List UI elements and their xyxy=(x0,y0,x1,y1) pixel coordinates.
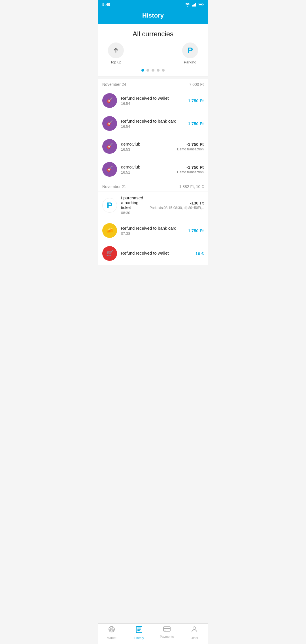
transaction-title: demoClub xyxy=(121,165,173,169)
transaction-amount: 1 750 Ft xyxy=(188,98,204,103)
transaction-item[interactable]: 🎸 Refund received to bank card 16:54 1 7… xyxy=(98,112,208,135)
avatar: 🧀 xyxy=(102,223,117,238)
status-icons xyxy=(185,3,204,7)
transaction-info: Refund received to bank card 16:54 xyxy=(121,119,184,129)
nav-other[interactable]: Other xyxy=(181,626,209,639)
svg-text:🎸: 🎸 xyxy=(107,143,113,149)
dot-4[interactable] xyxy=(157,69,160,72)
amount-value: 10 € xyxy=(196,251,204,256)
svg-text:🎸: 🎸 xyxy=(107,120,113,126)
amount-sub: Parkolás:08:15-08:30, díj:80+50Ft,.. xyxy=(150,206,204,210)
transaction-amount: -1 750 Ft Demo transaction xyxy=(177,142,204,151)
nav-history-label: History xyxy=(134,636,144,639)
svg-text:🧀: 🧀 xyxy=(106,227,113,234)
svg-rect-2 xyxy=(194,4,195,7)
svg-rect-26 xyxy=(163,628,170,629)
transaction-info: I purchased a parking ticket 08:30 xyxy=(121,195,146,215)
dot-2[interactable] xyxy=(146,69,149,72)
transaction-amount: -130 Ft Parkolás:08:15-08:30, díj:80+50F… xyxy=(150,201,204,210)
svg-rect-1 xyxy=(193,5,194,7)
svg-rect-27 xyxy=(164,630,166,630)
status-time: 5:49 xyxy=(102,2,110,7)
parking-label: Parking xyxy=(184,60,196,64)
transaction-time: 16:53 xyxy=(121,147,173,152)
transaction-item[interactable]: 🎸 demoClub 16:53 -1 750 Ft Demo transact… xyxy=(98,135,208,158)
history-icon xyxy=(135,626,143,635)
date-label-nov21: November 21 xyxy=(102,184,126,189)
dot-5[interactable] xyxy=(162,69,165,72)
currency-section: All currencies Top up P Parking xyxy=(98,24,208,76)
wifi-icon xyxy=(185,3,190,7)
topup-action[interactable]: Top up xyxy=(108,42,124,64)
date-header-nov24: November 24 7 000 Ft xyxy=(98,79,208,89)
battery-icon xyxy=(198,3,204,6)
nav-other-label: Other xyxy=(190,636,198,639)
parking-action[interactable]: P Parking xyxy=(182,42,198,64)
transaction-title: Refund received to bank card xyxy=(121,226,184,231)
avatar: 🎸 xyxy=(102,139,117,154)
transaction-item[interactable]: 🎸 Refund received to wallet 16:54 1 750 … xyxy=(98,89,208,112)
transaction-title: demoClub xyxy=(121,142,173,146)
amount-value: 1 750 Ft xyxy=(188,98,204,103)
svg-point-28 xyxy=(193,627,196,630)
transaction-amount: 10 € xyxy=(196,251,204,256)
currency-title: All currencies xyxy=(102,30,204,38)
transaction-amount: -1 750 Ft Demo transaction xyxy=(177,165,204,174)
transaction-time: 07:38 xyxy=(121,231,184,236)
topup-label: Top up xyxy=(110,60,121,64)
svg-rect-5 xyxy=(199,4,202,5)
date-total-nov24: 7 000 Ft xyxy=(189,82,204,87)
transaction-info: Refund received to wallet xyxy=(121,251,192,256)
currency-actions: Top up P Parking xyxy=(102,42,204,64)
amount-value: -1 750 Ft xyxy=(177,142,204,147)
transaction-title: Refund received to wallet xyxy=(121,96,184,101)
nav-market[interactable]: Market xyxy=(98,626,126,639)
svg-text:🎸: 🎸 xyxy=(107,97,113,103)
dot-3[interactable] xyxy=(152,69,154,72)
transaction-item[interactable]: P I purchased a parking ticket 08:30 -13… xyxy=(98,191,208,219)
parking-icon: P xyxy=(182,42,198,58)
transaction-time: 16:54 xyxy=(121,101,184,106)
page-title: History xyxy=(98,12,208,19)
transaction-item[interactable]: 🧀 Refund received to bank card 07:38 1 7… xyxy=(98,219,208,242)
transaction-time: 08:30 xyxy=(121,211,146,215)
amount-value: -1 750 Ft xyxy=(177,165,204,170)
nav-payments-label: Payments xyxy=(160,635,174,638)
carousel-dots xyxy=(102,69,204,72)
transaction-item[interactable]: 🛒 Refund received to wallet 10 € xyxy=(98,242,208,265)
nav-market-label: Market xyxy=(107,636,116,639)
market-icon xyxy=(108,626,115,635)
avatar: 🛒 xyxy=(102,246,117,261)
amount-sub: Demo transaction xyxy=(177,147,204,151)
svg-text:🛒: 🛒 xyxy=(106,250,113,257)
date-total-nov21: 1 882 Ft, 10 € xyxy=(179,184,204,189)
amount-value: 1 750 Ft xyxy=(188,121,204,126)
transaction-item[interactable]: 🎸 demoClub 16:51 -1 750 Ft Demo transact… xyxy=(98,158,208,181)
amount-value: -130 Ft xyxy=(150,201,204,205)
nav-payments[interactable]: Payments xyxy=(153,626,181,639)
nav-history[interactable]: History xyxy=(126,626,153,639)
other-icon xyxy=(191,626,198,635)
date-label-nov24: November 24 xyxy=(102,82,126,87)
avatar: 🎸 xyxy=(102,93,117,108)
date-header-nov21: November 21 1 882 Ft, 10 € xyxy=(98,181,208,191)
svg-rect-24 xyxy=(137,630,140,631)
dot-1[interactable] xyxy=(141,69,144,72)
transaction-title: Refund received to wallet xyxy=(121,251,192,255)
transaction-amount: 1 750 Ft xyxy=(188,228,204,233)
transaction-title: Refund received to bank card xyxy=(121,119,184,123)
transactions-list: November 24 7 000 Ft 🎸 Refund received t… xyxy=(98,79,208,265)
svg-rect-22 xyxy=(137,628,141,628)
transaction-info: demoClub 16:53 xyxy=(121,142,173,152)
avatar: 🎸 xyxy=(102,162,117,177)
svg-rect-0 xyxy=(192,5,193,7)
transaction-info: Refund received to wallet 16:54 xyxy=(121,96,184,106)
transaction-time: 16:51 xyxy=(121,170,173,174)
svg-text:🎸: 🎸 xyxy=(107,166,113,172)
topup-icon xyxy=(108,42,124,58)
avatar: P xyxy=(102,198,117,213)
status-bar: 5:49 xyxy=(98,0,208,9)
svg-rect-3 xyxy=(195,3,196,7)
avatar: 🎸 xyxy=(102,116,117,131)
transaction-amount: 1 750 Ft xyxy=(188,121,204,126)
